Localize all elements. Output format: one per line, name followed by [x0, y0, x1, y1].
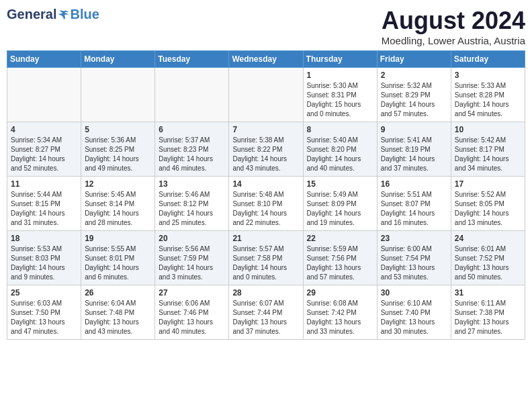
cell-line: Sunrise: 5:37 AM	[159, 136, 225, 145]
logo-bird-icon	[58, 9, 70, 21]
cell-line: and 22 minutes.	[232, 218, 299, 228]
cell-line: Daylight: 14 hours	[159, 154, 225, 164]
cell-line: Sunrise: 5:41 AM	[381, 136, 447, 145]
cell-line: Sunset: 8:23 PM	[159, 145, 225, 154]
cell-line: Sunrise: 5:46 AM	[159, 190, 225, 199]
calendar-cell: 13Sunrise: 5:46 AMSunset: 8:12 PMDayligh…	[155, 177, 229, 231]
cell-line: and 40 minutes.	[159, 327, 225, 336]
cell-line: Sunset: 8:19 PM	[381, 145, 447, 154]
month-year: August 2024	[382, 7, 525, 35]
cell-line: Sunset: 7:52 PM	[455, 254, 521, 263]
calendar-cell: 3Sunrise: 5:33 AMSunset: 8:28 PMDaylight…	[451, 68, 525, 122]
cell-content: Sunrise: 5:52 AMSunset: 8:05 PMDaylight:…	[455, 190, 521, 228]
cell-line: Sunrise: 6:06 AM	[159, 299, 225, 308]
calendar-cell	[229, 68, 303, 122]
cell-line: and 34 minutes.	[455, 164, 521, 173]
cell-content: Sunrise: 5:32 AMSunset: 8:29 PMDaylight:…	[381, 81, 447, 119]
day-number: 8	[307, 125, 373, 134]
day-number: 4	[11, 125, 77, 134]
calendar-cell: 26Sunrise: 6:04 AMSunset: 7:48 PMDayligh…	[81, 285, 155, 340]
calendar-cell: 28Sunrise: 6:07 AMSunset: 7:44 PMDayligh…	[229, 285, 303, 340]
cell-line: Sunrise: 5:51 AM	[381, 190, 447, 199]
cell-line: Sunset: 8:09 PM	[307, 199, 373, 209]
day-header-sunday: Sunday	[7, 51, 81, 68]
calendar-cell: 2Sunrise: 5:32 AMSunset: 8:29 PMDaylight…	[377, 68, 451, 122]
cell-line: Sunrise: 6:04 AM	[85, 299, 151, 308]
cell-line: Sunset: 7:42 PM	[307, 308, 373, 318]
cell-line: and 25 minutes.	[159, 218, 225, 228]
cell-line: Sunrise: 5:42 AM	[455, 136, 521, 145]
cell-content: Sunrise: 5:49 AMSunset: 8:09 PMDaylight:…	[307, 190, 373, 228]
cell-line: Daylight: 13 hours	[455, 263, 521, 273]
day-number: 6	[159, 125, 225, 134]
day-number: 21	[232, 234, 299, 243]
cell-line: Daylight: 14 hours	[455, 154, 521, 164]
cell-content: Sunrise: 5:59 AMSunset: 7:56 PMDaylight:…	[307, 244, 373, 282]
cell-content: Sunrise: 5:57 AMSunset: 7:58 PMDaylight:…	[232, 244, 299, 282]
calendar-week-5: 25Sunrise: 6:03 AMSunset: 7:50 PMDayligh…	[7, 285, 525, 340]
calendar-cell: 21Sunrise: 5:57 AMSunset: 7:58 PMDayligh…	[229, 231, 303, 285]
cell-line: and 43 minutes.	[232, 164, 299, 173]
cell-line: and 46 minutes.	[159, 164, 225, 173]
cell-line: Sunrise: 5:55 AM	[85, 244, 151, 254]
calendar-cell: 9Sunrise: 5:41 AMSunset: 8:19 PMDaylight…	[377, 122, 451, 177]
cell-line: Sunset: 7:54 PM	[381, 254, 447, 263]
cell-content: Sunrise: 5:36 AMSunset: 8:25 PMDaylight:…	[85, 136, 151, 173]
cell-line: Sunrise: 6:01 AM	[455, 244, 521, 254]
cell-line: Sunset: 7:46 PM	[159, 308, 225, 318]
cell-line: and 52 minutes.	[11, 164, 77, 173]
calendar-week-3: 11Sunrise: 5:44 AMSunset: 8:15 PMDayligh…	[7, 177, 525, 231]
cell-line: Daylight: 14 hours	[381, 100, 447, 109]
title-area: August 2024 Moedling, Lower Austria, Aus…	[382, 7, 525, 46]
calendar-cell: 19Sunrise: 5:55 AMSunset: 8:01 PMDayligh…	[81, 231, 155, 285]
cell-content: Sunrise: 6:07 AMSunset: 7:44 PMDaylight:…	[232, 299, 299, 336]
calendar-cell: 23Sunrise: 6:00 AMSunset: 7:54 PMDayligh…	[377, 231, 451, 285]
cell-line: Sunset: 7:38 PM	[455, 308, 521, 318]
cell-line: Daylight: 13 hours	[455, 318, 521, 327]
calendar-cell: 24Sunrise: 6:01 AMSunset: 7:52 PMDayligh…	[451, 231, 525, 285]
cell-line: Daylight: 13 hours	[232, 318, 299, 327]
calendar-cell: 4Sunrise: 5:34 AMSunset: 8:27 PMDaylight…	[7, 122, 81, 177]
cell-content: Sunrise: 5:55 AMSunset: 8:01 PMDaylight:…	[85, 244, 151, 282]
calendar-cell: 31Sunrise: 6:11 AMSunset: 7:38 PMDayligh…	[451, 285, 525, 340]
cell-line: and 30 minutes.	[381, 327, 447, 336]
cell-line: and 16 minutes.	[381, 218, 447, 228]
cell-line: Sunrise: 6:10 AM	[381, 299, 447, 308]
cell-line: Daylight: 13 hours	[85, 318, 151, 327]
cell-line: Daylight: 14 hours	[455, 100, 521, 109]
cell-line: and 0 minutes.	[307, 109, 373, 119]
cell-line: Sunrise: 5:59 AM	[307, 244, 373, 254]
day-number: 17	[455, 179, 521, 189]
day-number: 29	[307, 288, 373, 298]
cell-line: Sunrise: 5:36 AM	[85, 136, 151, 145]
cell-line: Daylight: 14 hours	[85, 263, 151, 273]
cell-line: and 43 minutes.	[85, 327, 151, 336]
cell-line: Sunrise: 5:40 AM	[307, 136, 373, 145]
cell-content: Sunrise: 5:41 AMSunset: 8:19 PMDaylight:…	[381, 136, 447, 173]
cell-line: and 37 minutes.	[232, 327, 299, 336]
cell-line: and 33 minutes.	[307, 327, 373, 336]
logo-general: General	[7, 7, 56, 22]
cell-line: Sunrise: 5:57 AM	[232, 244, 299, 254]
cell-line: Sunset: 8:31 PM	[307, 91, 373, 100]
day-number: 23	[381, 234, 447, 243]
logo-blue: Blue	[70, 7, 99, 22]
cell-line: Sunset: 8:12 PM	[159, 199, 225, 209]
cell-line: Sunset: 8:03 PM	[11, 254, 77, 263]
cell-content: Sunrise: 5:38 AMSunset: 8:22 PMDaylight:…	[232, 136, 299, 173]
cell-line: Sunset: 8:22 PM	[232, 145, 299, 154]
day-header-monday: Monday	[81, 51, 155, 68]
calendar-week-2: 4Sunrise: 5:34 AMSunset: 8:27 PMDaylight…	[7, 122, 525, 177]
cell-line: Daylight: 14 hours	[232, 154, 299, 164]
cell-content: Sunrise: 5:37 AMSunset: 8:23 PMDaylight:…	[159, 136, 225, 173]
cell-line: and 49 minutes.	[85, 164, 151, 173]
cell-line: Sunset: 8:10 PM	[232, 199, 299, 209]
cell-content: Sunrise: 6:06 AMSunset: 7:46 PMDaylight:…	[159, 299, 225, 336]
cell-line: Sunset: 8:01 PM	[85, 254, 151, 263]
cell-content: Sunrise: 5:53 AMSunset: 8:03 PMDaylight:…	[11, 244, 77, 282]
cell-content: Sunrise: 5:40 AMSunset: 8:20 PMDaylight:…	[307, 136, 373, 173]
cell-content: Sunrise: 5:48 AMSunset: 8:10 PMDaylight:…	[232, 190, 299, 228]
day-number: 19	[85, 234, 151, 243]
calendar-cell: 30Sunrise: 6:10 AMSunset: 7:40 PMDayligh…	[377, 285, 451, 340]
day-number: 18	[11, 234, 77, 243]
